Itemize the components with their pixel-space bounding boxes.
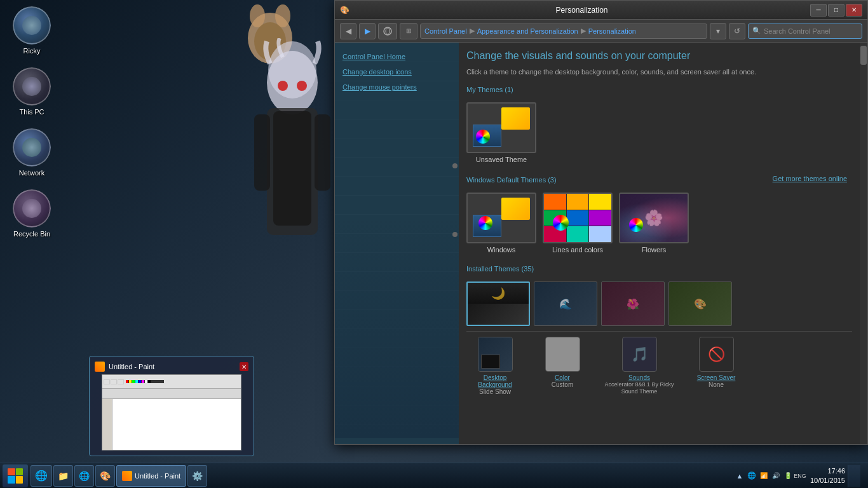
- installed-theme-2[interactable]: 🌺: [601, 281, 665, 326]
- taskbar-item-chrome[interactable]: 🌐: [74, 465, 94, 487]
- tray-wifi-icon[interactable]: 📶: [759, 471, 769, 481]
- color-label[interactable]: Color: [552, 374, 573, 381]
- taskbar-item-paint[interactable]: 🎨: [95, 465, 115, 487]
- svg-point-4: [267, 51, 318, 114]
- personalization-window: 🎨 Personalization ─ □ ✕ ◀ ▶ ⊞ Control Pa…: [334, 0, 868, 445]
- main-subheading: Click a theme to change the desktop back…: [466, 68, 852, 76]
- flowers-thumb: 🌸: [619, 193, 689, 243]
- close-button[interactable]: ✕: [846, 4, 862, 17]
- theme-flowers[interactable]: 🌸 Flowers: [619, 193, 689, 254]
- taskbar-paint-button[interactable]: Untitled - Paint: [116, 465, 186, 487]
- window-title: Personalization: [353, 6, 810, 15]
- desktop-icon-network[interactable]: Network: [6, 128, 57, 177]
- windows-theme-thumb: [466, 193, 536, 243]
- svg-rect-11: [315, 114, 330, 191]
- get-more-link[interactable]: Get more themes online: [773, 175, 852, 182]
- setting-color[interactable]: Color Custom: [534, 337, 591, 395]
- desktop-bg-icon: [478, 337, 513, 372]
- photos-nav-btn[interactable]: ⊞: [400, 23, 417, 39]
- up-button[interactable]: [378, 23, 397, 39]
- start-icon: [8, 468, 23, 484]
- start-icon-green: [16, 468, 24, 476]
- window-content: Control Panel Home Change desktop icons …: [335, 43, 867, 444]
- forward-button[interactable]: ▶: [359, 23, 376, 39]
- paint-icon: 🎨: [100, 471, 111, 481]
- address-bar-buttons: ▾ ↺: [710, 23, 745, 39]
- refresh-button[interactable]: ↺: [729, 23, 745, 39]
- path-personalization[interactable]: Personalization: [588, 27, 636, 35]
- installed-theme-1[interactable]: 🌊: [534, 281, 597, 326]
- svg-point-8: [297, 81, 307, 91]
- sidebar: Control Panel Home Change desktop icons …: [335, 43, 459, 444]
- sidebar-link-home[interactable]: Control Panel Home: [335, 49, 459, 64]
- installed-theme-3[interactable]: 🎨: [668, 281, 732, 326]
- anime-figure-main: [245, 38, 340, 356]
- tray-network-icon[interactable]: 🌐: [747, 471, 757, 481]
- tray-lang-icon[interactable]: ENG: [795, 471, 805, 481]
- thispc-label: This PC: [19, 108, 44, 116]
- installed-theme-0[interactable]: 🌙: [466, 281, 530, 326]
- setting-sounds[interactable]: 🎵 Sounds Accelerator 8&8.1 By Ricky Soun…: [601, 337, 677, 395]
- unsaved-theme-label: Unsaved Theme: [476, 156, 527, 163]
- clock-time: 17:46: [810, 466, 845, 475]
- screensaver-label[interactable]: Screen Saver: [697, 374, 736, 381]
- search-icon: 🔍: [752, 27, 761, 35]
- clock-date: 10/01/2015: [810, 476, 845, 485]
- theme-unsaved[interactable]: Unsaved Theme: [466, 102, 536, 163]
- svg-point-6: [268, 41, 316, 98]
- path-controlpanel[interactable]: Control Panel: [424, 27, 467, 35]
- network-avatar: [13, 128, 51, 166]
- lines-colors-label: Lines and colors: [552, 246, 603, 254]
- window-titlebar-icon: 🎨: [340, 6, 349, 15]
- taskbar-item-explorer[interactable]: 📁: [53, 465, 73, 487]
- sounds-icon: 🎵: [622, 337, 657, 372]
- paint-preview-thumbnail: [102, 374, 241, 451]
- desktop-icon-recycle[interactable]: Recycle Bin: [6, 189, 57, 238]
- back-button[interactable]: ◀: [340, 23, 356, 39]
- desktop-icon-ricky[interactable]: Ricky: [6, 6, 57, 55]
- flowers-label: Flowers: [642, 246, 667, 254]
- recycle-label: Recycle Bin: [13, 230, 50, 238]
- theme-lines-colors[interactable]: Lines and colors: [543, 193, 613, 254]
- setting-screensaver[interactable]: 🚫 Screen Saver None: [688, 337, 745, 395]
- taskbar-item-ie[interactable]: 🌐: [31, 465, 52, 487]
- paint-preview-title: Untitled - Paint: [109, 363, 236, 370]
- sidebar-link-desktop-icons[interactable]: Change desktop icons: [335, 64, 459, 79]
- tray-volume-icon[interactable]: 🔊: [771, 471, 781, 481]
- svg-point-0: [248, 13, 292, 64]
- search-box[interactable]: 🔍 Search Control Panel: [748, 24, 862, 39]
- setting-desktop-background[interactable]: Desktop Background Slide Show: [466, 337, 524, 395]
- svg-rect-5: [267, 108, 318, 235]
- paint-preview-icon: [95, 362, 105, 372]
- desktop-bg-label[interactable]: Desktop Background: [466, 374, 524, 388]
- unsaved-theme-thumb: [466, 102, 536, 153]
- recycle-avatar: [13, 189, 51, 227]
- path-appearance[interactable]: Appearance and Personalization: [477, 27, 578, 35]
- paint-taskbar-icon: [122, 471, 132, 481]
- scroll-thumb[interactable]: [860, 46, 867, 65]
- sidebar-link-mouse-pointers[interactable]: Change mouse pointers: [335, 79, 459, 95]
- svg-rect-10: [254, 114, 270, 191]
- installed-themes-label: Installed Themes (35): [466, 265, 852, 273]
- clock[interactable]: 17:46 10/01/2015: [808, 466, 845, 485]
- desktop-icon-thispc[interactable]: This PC: [6, 67, 57, 116]
- tray-expand-icon[interactable]: ▲: [735, 471, 745, 481]
- search-placeholder: Search Control Panel: [764, 27, 831, 35]
- svg-point-2: [275, 4, 290, 27]
- maximize-button[interactable]: □: [828, 4, 844, 17]
- minimize-button[interactable]: ─: [810, 4, 827, 17]
- sounds-label[interactable]: Sounds: [601, 374, 677, 381]
- window-controls: ─ □ ✕: [810, 4, 862, 17]
- svg-point-1: [250, 4, 265, 27]
- window-scrollbar[interactable]: [860, 43, 867, 444]
- taskbar-item-controlpanel[interactable]: ⚙️: [187, 465, 207, 487]
- paint-preview-close[interactable]: ✕: [240, 362, 248, 371]
- taskbar: 🌐 📁 🌐 🎨 Untitled - Paint ⚙️ ▲ 🌐: [0, 463, 868, 488]
- start-button[interactable]: [3, 464, 28, 487]
- show-desktop-button[interactable]: [848, 465, 860, 487]
- desktop-icons-container: Ricky This PC Network R: [6, 6, 57, 238]
- tray-battery-icon[interactable]: 🔋: [783, 471, 793, 481]
- color-sublabel: Custom: [552, 381, 573, 388]
- dropdown-button[interactable]: ▾: [710, 23, 726, 39]
- theme-windows[interactable]: Windows: [466, 193, 536, 254]
